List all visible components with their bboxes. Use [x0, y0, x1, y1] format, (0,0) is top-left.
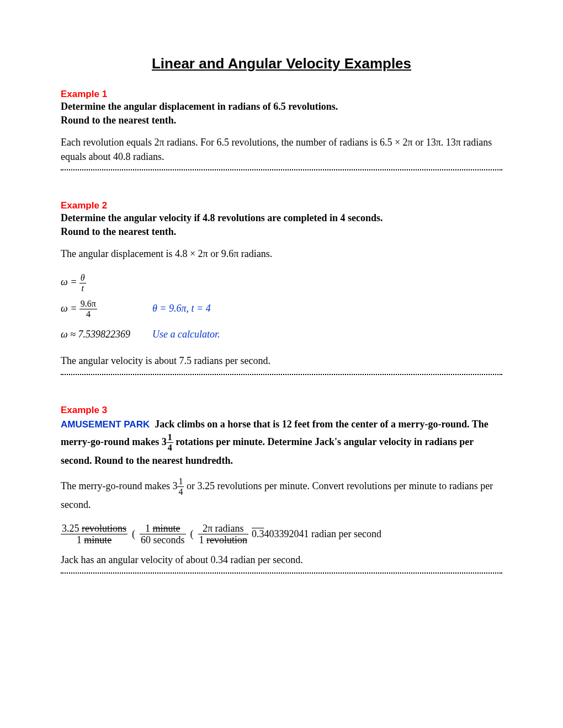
example-3-body: The merry-go-round makes 314 or 3.25 rev…	[61, 477, 502, 513]
numerator: 9.6π	[79, 299, 97, 309]
equation-lhs: ω = θ t	[61, 271, 149, 293]
numerator: θ	[79, 274, 86, 283]
unit-fraction: 1 minute 60 seconds	[140, 523, 186, 545]
unit-fraction: 2π radians 1 revolution	[198, 523, 249, 545]
numerator: 1 minute	[140, 523, 186, 534]
example-3-heading: Example 3	[61, 405, 502, 416]
mixed-fraction: 14	[167, 433, 173, 452]
multiply-separator: (	[189, 528, 195, 540]
numerator: 1	[177, 477, 184, 487]
prompt-line: Round to the nearest tenth.	[61, 226, 176, 237]
result-text: 0.3403392041 radian per second	[252, 528, 381, 540]
body-text: The merry-go-round makes 3	[61, 480, 177, 491]
fraction: θ t	[79, 274, 86, 293]
mixed-fraction: 14	[177, 477, 184, 496]
numerator: 2π radians	[198, 523, 249, 534]
example-1-heading: Example 1	[61, 89, 502, 100]
context-label: AMUSEMENT PARK	[61, 419, 150, 430]
example-2-intro: The angular displacement is 4.8 × 2π or …	[61, 247, 502, 261]
denominator: 4	[79, 309, 97, 319]
prompt-line: Round to the nearest tenth.	[61, 115, 176, 126]
denominator: 1 revolution	[198, 534, 249, 545]
example-1-body: Each revolution equals 2π radians. For 6…	[61, 136, 502, 163]
example-3-prompt: AMUSEMENT PARK Jack climbs on a horse th…	[61, 416, 502, 469]
omega-symbol: ω =	[61, 303, 77, 314]
equation-lhs: ω ≈ 7.539822369	[61, 323, 149, 346]
prompt-line: Determine the angular displacement in ra…	[61, 101, 338, 112]
prompt-line: Determine the angular velocity if 4.8 re…	[61, 212, 383, 223]
example-2-heading: Example 2	[61, 200, 502, 211]
denominator: t	[79, 283, 86, 293]
example-1-prompt: Determine the angular displacement in ra…	[61, 100, 502, 127]
equation-row: ω ≈ 7.539822369 Use a calculator.	[61, 323, 502, 346]
example-2-equations: ω = θ t ω = 9.6π 4 θ = 9.6π, t = 4 ω ≈ 7…	[61, 271, 502, 346]
unit-conversion-row: 3.25 revolutions 1 minute ( 1 minute 60 …	[61, 523, 502, 545]
equation-note: θ = 9.6π, t = 4	[152, 297, 211, 320]
example-2-prompt: Determine the angular velocity if 4.8 re…	[61, 211, 502, 239]
example-2-conclusion: The angular velocity is about 7.5 radian…	[61, 354, 502, 368]
equation-row: ω = θ t	[61, 271, 502, 293]
equation-lhs: ω = 9.6π 4	[61, 297, 149, 320]
divider	[61, 572, 502, 574]
multiply-separator: (	[131, 528, 136, 540]
fraction: 9.6π 4	[79, 299, 97, 319]
denominator: 4	[167, 443, 173, 452]
document-page: Linear and Angular Velocity Examples Exa…	[0, 0, 563, 728]
equation-note: Use a calculator.	[152, 323, 220, 346]
denominator: 4	[177, 487, 184, 496]
denominator: 60 seconds	[140, 534, 186, 545]
page-title: Linear and Angular Velocity Examples	[61, 55, 502, 72]
unit-fraction: 3.25 revolutions 1 minute	[61, 523, 128, 545]
numerator: 3.25 revolutions	[61, 523, 128, 534]
denominator: 1 minute	[61, 534, 128, 545]
equation-row: ω = 9.6π 4 θ = 9.6π, t = 4	[61, 297, 502, 320]
numerator: 1	[167, 433, 173, 443]
example-3-conclusion: Jack has an angular velocity of about 0.…	[61, 553, 502, 567]
omega-symbol: ω =	[61, 276, 77, 287]
